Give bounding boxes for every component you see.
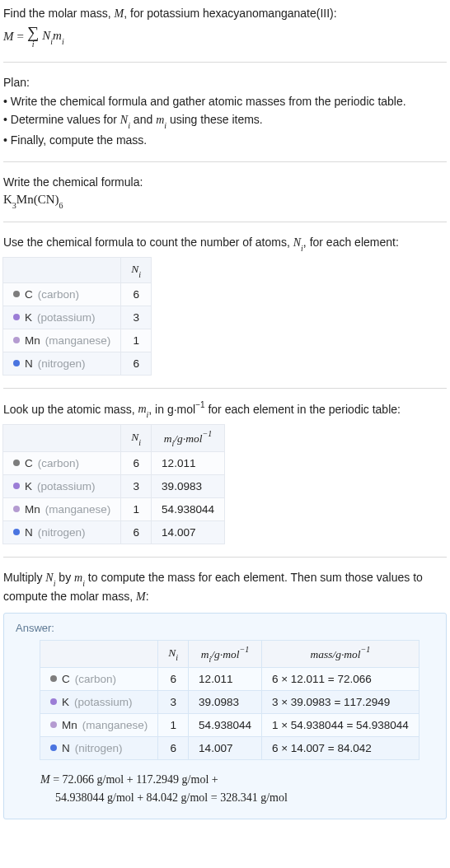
- element-name: (potassium): [74, 696, 133, 708]
- plan-bullet-2: • Determine values for Ni and mi using t…: [3, 111, 447, 130]
- cell-element: N(nitrogen): [3, 520, 121, 544]
- element-color-dot: [13, 291, 20, 297]
- atom-count-table: Ni C(carbon)6K(potassium)3Mn(manganese)1…: [3, 258, 151, 375]
- element-name: (potassium): [37, 480, 96, 492]
- eq-eq: =: [17, 30, 24, 44]
- count-atoms-text: Use the chemical formula to count the nu…: [3, 234, 447, 253]
- table-row: N(nitrogen)614.0076 × 14.007 = 84.042: [40, 736, 419, 759]
- element-name: (potassium): [37, 311, 96, 324]
- element-cell: K(potassium): [13, 311, 110, 324]
- element-name: (carbon): [38, 457, 79, 469]
- element-symbol: K: [25, 311, 32, 324]
- cell-mi: 54.938044: [189, 713, 262, 736]
- cell-element: C(carbon): [3, 282, 121, 306]
- molar-mass-equation: M = ∑ i Nimi: [3, 24, 447, 49]
- element-color-dot: [13, 483, 20, 489]
- atomic-mass-table: Ni mi/g·mol−1 C(carbon)612.011K(potassiu…: [3, 425, 224, 544]
- cell-Ni: 6: [121, 451, 152, 474]
- element-color-dot: [13, 460, 20, 466]
- element-name: (nitrogen): [38, 526, 86, 539]
- cell-mi: 39.0983: [152, 474, 224, 497]
- plan-bullet-1: • Write the chemical formula and gather …: [3, 93, 447, 110]
- cell-mi: 14.007: [189, 736, 262, 759]
- cell-Ni: 6: [121, 520, 152, 544]
- table-row: Mn(manganese)154.938044: [3, 497, 224, 520]
- element-cell: C(carbon): [13, 288, 110, 301]
- cell-Ni: 3: [121, 306, 151, 329]
- element-name: (manganese): [45, 503, 111, 516]
- element-symbol: N: [25, 357, 33, 370]
- element-symbol: K: [62, 696, 69, 708]
- atomic-mass-text: Look up the atomic mass, mi, in g·mol−1 …: [3, 400, 447, 420]
- element-symbol: C: [25, 457, 33, 469]
- element-color-dot: [13, 314, 20, 320]
- element-cell: K(potassium): [50, 696, 148, 708]
- col-Ni: Ni: [121, 425, 152, 452]
- chemical-formula: K3Mn(CN)6: [3, 193, 447, 208]
- eq-Ni: Nimi: [42, 29, 63, 44]
- element-name: (nitrogen): [38, 357, 86, 370]
- cell-Ni: 1: [158, 713, 189, 736]
- element-symbol: K: [25, 480, 32, 492]
- cell-element: C(carbon): [40, 667, 158, 690]
- element-cell: Mn(manganese): [50, 719, 148, 731]
- col-Ni: Ni: [158, 641, 189, 668]
- cell-element: K(potassium): [3, 306, 121, 329]
- table-row: Mn(manganese)1: [3, 329, 151, 352]
- multiply-text: Multiply Ni by mi to compute the mass fo…: [3, 569, 447, 606]
- answer-box: Answer: Ni mi/g·mol−1 mass/g·mol−1 C(car…: [3, 613, 447, 820]
- element-name: (manganese): [45, 334, 111, 347]
- cell-element: C(carbon): [3, 451, 121, 474]
- col-element: [3, 425, 121, 452]
- element-symbol: N: [62, 742, 70, 754]
- cell-Ni: 6: [158, 667, 189, 690]
- element-symbol: C: [25, 288, 33, 301]
- table-row: K(potassium)339.09833 × 39.0983 = 117.29…: [40, 690, 419, 713]
- cell-element: Mn(manganese): [3, 329, 121, 352]
- cell-mi: 39.0983: [189, 690, 262, 713]
- write-formula-heading: Write the chemical formula:: [3, 174, 447, 190]
- cell-Ni: 3: [121, 474, 152, 497]
- element-symbol: N: [25, 526, 33, 539]
- cell-element: Mn(manganese): [3, 497, 121, 520]
- element-color-dot: [13, 360, 20, 366]
- cell-mi: 12.011: [189, 667, 262, 690]
- col-Ni: Ni: [121, 258, 151, 282]
- element-name: (manganese): [82, 719, 148, 731]
- element-color-dot: [50, 744, 57, 751]
- cell-element: N(nitrogen): [3, 352, 121, 375]
- element-name: (carbon): [75, 673, 116, 685]
- table-row: N(nitrogen)614.007: [3, 520, 224, 544]
- col-element: [40, 641, 158, 668]
- cell-mi: 54.938044: [152, 497, 224, 520]
- cell-element: K(potassium): [40, 690, 158, 713]
- element-cell: C(carbon): [50, 673, 148, 685]
- cell-mass: 3 × 39.0983 = 117.2949: [261, 690, 418, 713]
- cell-element: K(potassium): [3, 474, 121, 497]
- intro-text-a: Find the molar mass,: [3, 7, 115, 20]
- element-symbol: C: [62, 673, 70, 685]
- table-row: C(carbon)612.0116 × 12.011 = 72.066: [40, 667, 419, 690]
- cell-element: Mn(manganese): [40, 713, 158, 736]
- answer-table: Ni mi/g·mol−1 mass/g·mol−1 C(carbon)612.…: [40, 641, 419, 759]
- col-mi: mi/g·mol−1: [189, 641, 262, 668]
- cell-mi: 14.007: [152, 520, 224, 544]
- intro-text-b: , for potassium hexacyanomanganate(III):: [124, 7, 336, 20]
- cell-mass: 6 × 14.007 = 84.042: [261, 736, 418, 759]
- element-color-dot: [50, 698, 57, 705]
- element-cell: Mn(manganese): [13, 334, 110, 347]
- element-cell: N(nitrogen): [13, 357, 110, 370]
- table-row: C(carbon)612.011: [3, 451, 224, 474]
- element-color-dot: [50, 721, 57, 728]
- sum-index: i: [32, 40, 35, 49]
- cell-Ni: 6: [158, 736, 189, 759]
- element-name: (nitrogen): [75, 742, 123, 754]
- answer-label: Answer:: [16, 622, 434, 634]
- cell-Ni: 3: [158, 690, 189, 713]
- element-cell: Mn(manganese): [13, 503, 110, 516]
- col-mass: mass/g·mol−1: [261, 641, 418, 668]
- cell-Ni: 6: [121, 282, 151, 306]
- table-row: C(carbon)6: [3, 282, 151, 306]
- table-row: Mn(manganese)154.9380441 × 54.938044 = 5…: [40, 713, 419, 736]
- col-element: [3, 258, 121, 282]
